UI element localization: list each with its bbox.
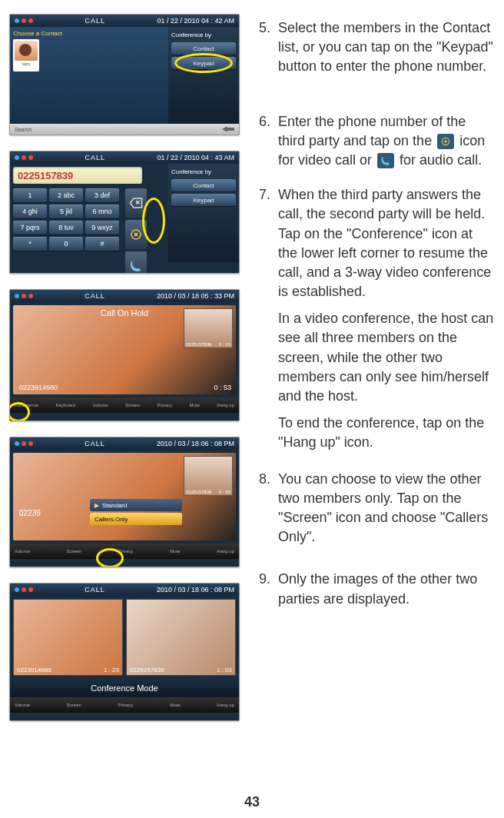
conference-by-label: Conference by [171,30,236,40]
pip-video: 0225157839 0 : 15 [184,308,233,348]
page-number: 43 [244,794,260,810]
video-b: 0225157839 1 : 03 [126,599,236,676]
contact-button[interactable]: Contact [171,179,236,191]
contact-card[interactable]: tom [13,39,39,71]
call-on-hold-label: Call On Hold [101,308,148,318]
main-duration: 0 : 53 [214,384,231,391]
call-toolbar: Conference Keyboard Volume Screen Privac… [10,397,239,413]
screenshot-screen-menu: CALL 2010 / 03 / 18 06 : 08 PM 022515783… [9,437,240,567]
main-number: 02239 [19,509,41,517]
key-4[interactable]: 4 ghi [13,204,47,218]
screen-icon[interactable]: Screen [67,549,81,554]
key-7[interactable]: 7 pqrs [13,221,47,234]
keypad-grid: 1 2 abc 3 def 4 ghi 5 jkl 6 mno 7 pqrs 8… [10,188,122,274]
step-6: 6. Enter the phone number of the third p… [254,112,495,171]
video-a: 0223914680 1 : 23 [13,599,123,676]
key-hash[interactable]: # [85,237,119,251]
call-toolbar: Volume Screen Privacy Mute Hang up [10,697,239,713]
key-star[interactable]: * [13,237,47,251]
screenshot-call-on-hold: CALL 2010 / 03 / 18 05 : 33 PM Call On H… [9,289,240,421]
key-0[interactable]: 0 [49,237,83,251]
video-call-icon [437,134,454,149]
conference-icon[interactable]: Conference [15,403,38,407]
key-3[interactable]: 3 def [85,188,119,202]
avatar [15,41,38,61]
contact-name: tom [22,62,30,66]
contact-button[interactable]: Contact [171,42,236,55]
screen-title: CALL [85,17,105,25]
option-standard[interactable]: ▶Standard [90,499,182,511]
key-1[interactable]: 1 [13,188,47,202]
screen-popup: ▶Standard Callers Only [90,499,182,525]
choose-contact-label: Choose a Contact [13,30,165,37]
step-9: 9. Only the images of the other two part… [254,570,495,608]
key-6[interactable]: 6 mno [85,204,119,218]
search-button[interactable]: Search [15,127,32,132]
call-toolbar: Volume Screen Privacy Mute Hang up [10,544,239,559]
audio-call-button[interactable] [125,251,147,274]
step-5: 5. Select the members in the Contact lis… [254,18,495,77]
step-8: 8. You can choose to view the other two … [254,470,495,547]
keypad-button[interactable]: Keypad [171,194,236,206]
svg-point-3 [444,140,447,143]
backspace-button[interactable] [125,188,147,218]
screenshot-choose-contact: CALL 01 / 22 / 2010 04 : 42 AM Choose a … [9,14,240,135]
number-input[interactable]: 0225157839 [13,167,142,184]
step-7: 7. When the third party answers the call… [254,185,495,460]
video-call-button[interactable] [125,220,147,249]
main-number: 0223914680 [19,384,58,391]
keypad-button[interactable]: Keypad [171,57,236,69]
key-5[interactable]: 5 jkl [49,204,83,218]
option-callers-only[interactable]: Callers Only [90,513,182,525]
screenshot-column: CALL 01 / 22 / 2010 04 : 42 AM Choose a … [9,14,240,721]
key-9[interactable]: 9 wxyz [85,221,119,234]
pip-video: 0225157839 0 : 55 [184,456,233,496]
conference-mode-label: Conference Mode [10,679,239,697]
svg-point-1 [134,233,138,237]
screenshot-conference-mode: CALL 2010 / 03 / 18 06 : 08 PM 022391468… [9,583,240,721]
audio-call-icon [377,153,394,168]
key-2[interactable]: 2 abc [49,188,83,202]
screenshot-keypad: CALL 01 / 22 / 2010 04 : 43 AM 022515783… [9,151,240,274]
key-8[interactable]: 8 tuv [49,221,83,234]
instruction-column: 5. Select the members in the Contact lis… [254,14,495,721]
back-button[interactable] [222,125,234,134]
